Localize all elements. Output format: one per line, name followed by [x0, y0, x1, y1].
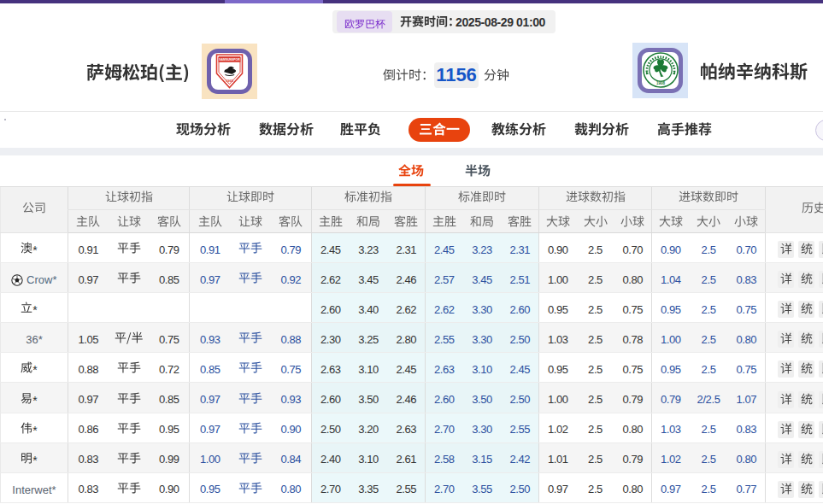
svg-text:1908: 1908	[656, 81, 666, 85]
svg-text:SAMSUNSPOR: SAMSUNSPOR	[219, 58, 240, 62]
svg-text:1965: 1965	[226, 79, 234, 83]
